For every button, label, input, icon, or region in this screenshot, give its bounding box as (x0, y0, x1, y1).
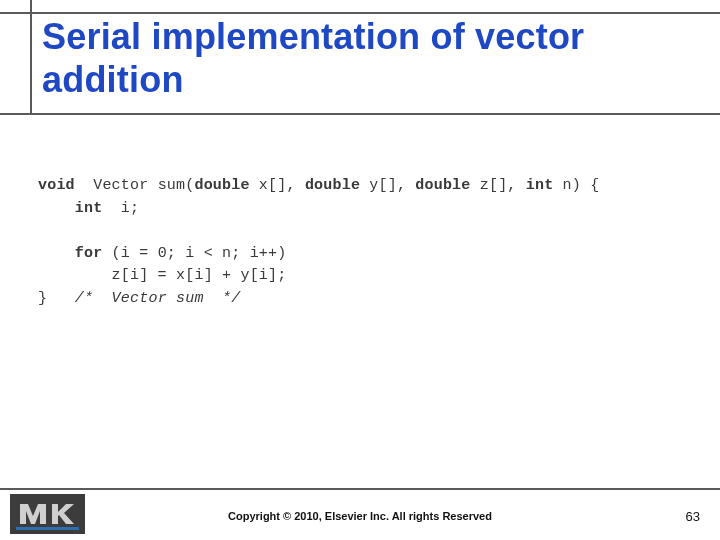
code-text: n) { (553, 177, 599, 194)
keyword-int: int (75, 200, 103, 217)
rule-footer (0, 488, 720, 490)
rule-top (0, 12, 720, 14)
code-block: void Vector sum(double x[], double y[], … (38, 175, 678, 310)
keyword-void: void (38, 177, 75, 194)
code-text: Vector sum( (75, 177, 195, 194)
keyword-double: double (415, 177, 470, 194)
code-text: y[], (360, 177, 415, 194)
code-text: z[], (471, 177, 526, 194)
code-comment: /* Vector sum */ (75, 290, 241, 307)
keyword-double: double (194, 177, 249, 194)
rule-left (30, 0, 32, 115)
copyright-text: Copyright © 2010, Elsevier Inc. All righ… (0, 510, 720, 522)
code-text: x[], (250, 177, 305, 194)
svg-rect-1 (16, 527, 79, 530)
keyword-for: for (75, 245, 103, 262)
keyword-int: int (526, 177, 554, 194)
code-text: } (38, 290, 75, 307)
keyword-double: double (305, 177, 360, 194)
slide: Serial implementation of vector addition… (0, 0, 720, 540)
slide-title: Serial implementation of vector addition (42, 15, 682, 101)
page-number: 63 (686, 509, 700, 524)
rule-title-bottom (0, 113, 720, 115)
code-text: i; (102, 200, 139, 217)
code-text: z[i] = x[i] + y[i]; (38, 267, 286, 284)
code-text: (i = 0; i < n; i++) (102, 245, 286, 262)
